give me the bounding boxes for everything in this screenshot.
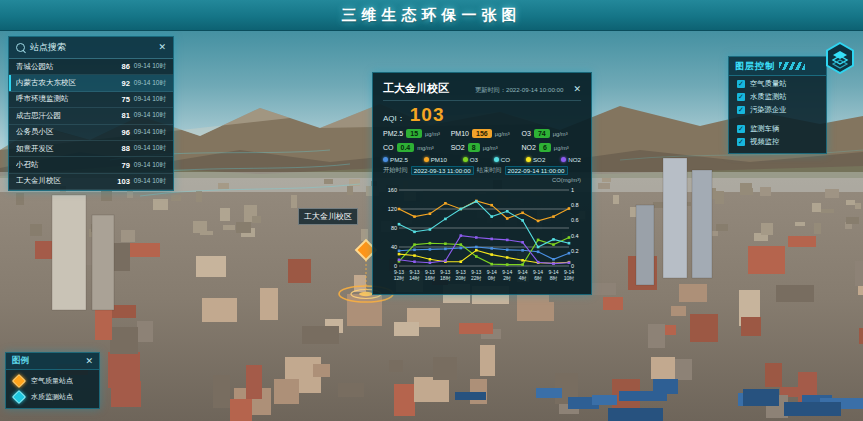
station-aqi: 75: [121, 95, 129, 104]
chart-legend: PM2.5 PM10 O3 CO SO2 NO2: [383, 156, 581, 163]
station-row[interactable]: 青城公园站 86 09-14 10时: [9, 59, 173, 75]
layer-item[interactable]: ✓ 水质监测站: [729, 89, 826, 102]
pollutant-value-badge: 15: [406, 129, 422, 138]
layer-item[interactable]: ✓ 监测车辆: [729, 121, 826, 134]
pollutant-name: PM10: [451, 130, 469, 137]
pollutant-value-badge: 156: [472, 129, 492, 138]
pollutant-unit: μg/m³: [495, 131, 510, 137]
map-legend-close-icon[interactable]: ✕: [85, 357, 93, 366]
search-icon: [16, 43, 25, 52]
pollutant-name: PM2.5: [383, 130, 403, 137]
station-name: 内蒙古农大东校区: [16, 78, 117, 88]
chart-legend-item[interactable]: CO: [494, 156, 510, 163]
svg-text:0.4: 0.4: [571, 233, 579, 239]
pollutant-cell: PM2.5 15 μg/m³: [383, 129, 449, 138]
stripes-decoration: [779, 62, 805, 70]
chart-legend-item[interactable]: PM10: [424, 156, 447, 163]
station-row[interactable]: 工大金川校区 103 09-14 10时: [9, 174, 173, 190]
map-legend-title: 图例: [12, 355, 85, 367]
station-row[interactable]: 公务员小区 96 09-14 10时: [9, 125, 173, 141]
pollutant-cell: O3 74 μg/m³: [522, 129, 581, 138]
layer-label: 监测车辆: [750, 124, 779, 134]
station-aqi: 96: [121, 128, 129, 137]
svg-text:6时: 6时: [534, 275, 542, 281]
station-row[interactable]: 内蒙古农大东校区 92 09-14 10时: [9, 75, 173, 91]
layer-label: 视频监控: [750, 137, 779, 147]
cyan-diamond-icon: [12, 390, 26, 404]
aqi-value: 103: [410, 104, 445, 126]
layers-icon[interactable]: [824, 42, 856, 74]
legend-series-name: O3: [470, 156, 478, 163]
svg-text:80: 80: [391, 225, 397, 231]
station-update-time: 09-14 10时: [134, 128, 166, 137]
svg-text:0时: 0时: [488, 275, 496, 281]
layer-item[interactable]: ✓ 污染源企业: [729, 102, 826, 115]
station-name: 如意开发区: [16, 144, 117, 154]
svg-text:12时: 12时: [394, 275, 405, 281]
station-aqi: 88: [121, 144, 129, 153]
station-update-time: 09-14 10时: [134, 95, 166, 104]
pollutant-name: NO2: [522, 144, 536, 151]
legend-dot: [526, 157, 531, 162]
station-aqi: 92: [121, 79, 129, 88]
layer-label: 污染源企业: [750, 105, 786, 115]
legend-series-name: PM2.5: [390, 156, 408, 163]
svg-text:8时: 8时: [550, 275, 558, 281]
start-time-input[interactable]: 2022-09-13 11:00:00: [411, 166, 474, 175]
station-map-label[interactable]: 工大金川校区: [298, 208, 358, 225]
app-root: { "title_bar": { "title": "三维生态环保一张图" },…: [0, 0, 863, 421]
map-legend-panel: 图例 ✕ 空气质量站点 水质监测站点: [5, 352, 100, 409]
pollutant-unit: μg/m³: [483, 145, 498, 151]
layer-item[interactable]: ✓ 视频监控: [729, 134, 826, 147]
svg-text:14时: 14时: [409, 275, 420, 281]
station-search-panel: 站点搜索 ✕ 青城公园站 86 09-14 10时内蒙古农大东校区 92 09-…: [8, 36, 174, 191]
layer-checkbox[interactable]: ✓: [737, 138, 745, 146]
pollutant-name: CO: [383, 144, 394, 151]
station-map-label-text: 工大金川校区: [304, 211, 352, 222]
station-row[interactable]: 如意开发区 88 09-14 10时: [9, 141, 173, 157]
station-name: 公务员小区: [16, 127, 117, 137]
layer-checkbox[interactable]: ✓: [737, 93, 745, 101]
legend-dot: [463, 157, 468, 162]
divider: [383, 100, 581, 101]
update-time-value: 2022-09-14 10:00:00: [506, 86, 563, 93]
svg-text:0.8: 0.8: [571, 202, 579, 208]
chart-legend-item[interactable]: SO2: [526, 156, 545, 163]
svg-text:2时: 2时: [503, 275, 511, 281]
popup-close-icon[interactable]: ✕: [573, 85, 581, 94]
station-update-time: 09-14 10时: [134, 111, 166, 120]
layer-label: 水质监测站: [750, 92, 786, 102]
chart-legend-item[interactable]: O3: [463, 156, 478, 163]
station-update-time: 09-14 10时: [134, 62, 166, 71]
pollutant-name: O3: [522, 130, 531, 137]
svg-text:22时: 22时: [471, 275, 482, 281]
station-row[interactable]: 成吉思汗公园 81 09-14 10时: [9, 108, 173, 124]
layer-item[interactable]: ✓ 空气质量站: [729, 76, 826, 89]
station-aqi: 86: [121, 62, 129, 71]
station-update-time: 09-14 10时: [134, 161, 166, 170]
svg-text:40: 40: [391, 244, 397, 250]
station-aqi: 79: [121, 161, 129, 170]
end-time-input[interactable]: 2022-09-14 11:00:00: [505, 166, 568, 175]
map-legend-label: 空气质量站点: [31, 376, 73, 386]
layer-control-panel: 图层控制 ✓ 空气质量站✓ 水质监测站✓ 污染源企业✓ 监测车辆✓ 视频监控: [728, 56, 827, 154]
pollutant-cell: PM10 156 μg/m³: [451, 129, 520, 138]
layer-checkbox[interactable]: ✓: [737, 125, 745, 133]
station-row[interactable]: 呼市环境监测站 75 09-14 10时: [9, 92, 173, 108]
pollutant-grid: PM2.5 15 μg/m³PM10 156 μg/m³O3 74 μg/m³C…: [383, 129, 581, 152]
update-time-label: 更新时间：: [475, 86, 506, 93]
close-icon[interactable]: ✕: [158, 43, 166, 52]
station-search-title: 站点搜索: [30, 41, 153, 54]
chart-legend-item[interactable]: PM2.5: [383, 156, 408, 163]
pollutant-value-badge: 0.4: [397, 143, 415, 152]
chart-legend-item[interactable]: NO2: [561, 156, 581, 163]
station-row[interactable]: 小召站 79 09-14 10时: [9, 157, 173, 173]
layer-checkbox[interactable]: ✓: [737, 80, 745, 88]
end-time-label: 结束时间: [477, 166, 502, 175]
station-detail-popup: 工大金川校区 更新时间：2022-09-14 10:00:00 ✕ AQI： 1…: [372, 72, 592, 295]
pollutant-cell: SO2 8 μg/m³: [451, 143, 520, 152]
title-bar: 三维生态环保一张图: [0, 0, 863, 31]
layer-checkbox[interactable]: ✓: [737, 106, 745, 114]
popup-title: 工大金川校区: [383, 81, 449, 96]
svg-text:16时: 16时: [425, 275, 436, 281]
